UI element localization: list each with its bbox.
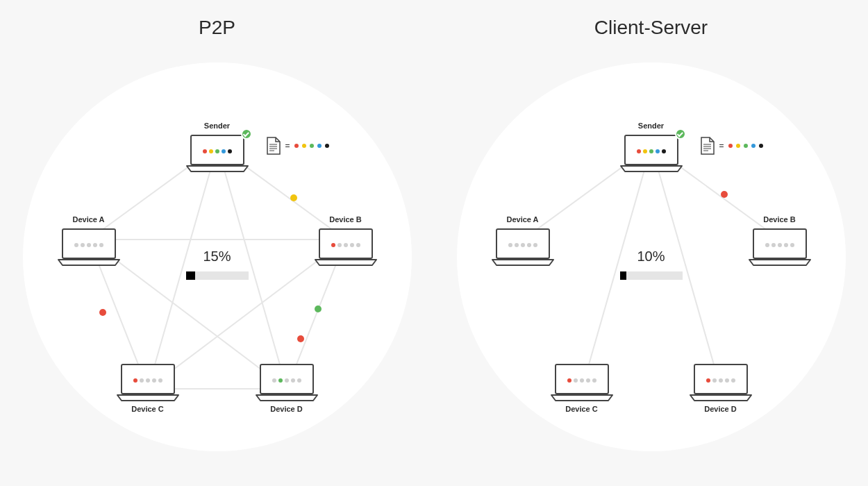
svg-point-15: [228, 149, 232, 153]
legend-dot: [736, 144, 740, 148]
progress-text: 10%: [620, 249, 683, 265]
svg-point-58: [662, 149, 666, 153]
svg-point-26: [337, 243, 342, 247]
progress-bar: [186, 271, 249, 280]
legend-dot: [294, 144, 299, 148]
svg-point-55: [643, 149, 647, 153]
svg-point-65: [533, 243, 537, 247]
panel-title-p2p: P2P: [0, 17, 434, 39]
device-d: Device D: [245, 362, 328, 416]
svg-point-68: [765, 243, 769, 247]
device-label: Device B: [738, 215, 821, 224]
transit-dot: [290, 194, 297, 201]
legend-dots: [728, 144, 763, 148]
device-sender: Sender: [176, 119, 259, 173]
svg-point-13: [215, 149, 219, 153]
device-c: Device C: [540, 362, 624, 416]
progress-fill: [186, 271, 196, 280]
svg-point-21: [93, 243, 97, 247]
device-label: Device D: [245, 405, 328, 413]
svg-point-36: [158, 378, 162, 383]
svg-point-64: [527, 243, 531, 247]
svg-point-11: [203, 149, 207, 153]
svg-point-40: [278, 378, 283, 383]
svg-point-71: [784, 243, 788, 247]
file-legend: =: [700, 136, 763, 156]
svg-point-25: [331, 243, 335, 247]
svg-point-32: [133, 378, 137, 383]
panel-title-cs: Client-Server: [434, 17, 868, 39]
transit-dot: [99, 309, 106, 316]
svg-point-85: [725, 378, 729, 383]
diagram-p2p: Sender Device A Device B Device C Device…: [23, 62, 412, 451]
svg-point-86: [731, 378, 735, 383]
legend-dot: [751, 144, 756, 148]
svg-point-77: [580, 378, 584, 383]
transit-dot: [315, 305, 322, 312]
svg-point-79: [592, 378, 596, 383]
svg-point-84: [719, 378, 723, 383]
device-label: Device A: [47, 215, 131, 224]
svg-point-42: [291, 378, 295, 383]
svg-point-70: [778, 243, 782, 247]
transit-dot: [297, 335, 304, 342]
svg-point-61: [508, 243, 512, 247]
legend-dots: [294, 144, 329, 148]
device-sender: Sender: [610, 119, 693, 173]
svg-point-57: [656, 149, 660, 153]
file-legend: =: [266, 136, 329, 156]
svg-point-82: [706, 378, 710, 383]
progress-text: 15%: [186, 249, 249, 265]
panel-p2p: P2P Sender Device A Device B Device C De…: [0, 0, 434, 486]
legend-dot: [302, 144, 306, 148]
svg-point-41: [285, 378, 289, 383]
check-badge-icon: [675, 128, 686, 140]
legend-dot: [728, 144, 733, 148]
legend-dot: [317, 144, 322, 148]
svg-point-78: [586, 378, 590, 383]
svg-point-22: [99, 243, 103, 247]
device-a: Device A: [481, 212, 565, 267]
svg-point-29: [356, 243, 360, 247]
check-badge-icon: [241, 128, 252, 140]
legend-dot: [325, 144, 329, 148]
svg-point-14: [222, 149, 226, 153]
svg-point-62: [515, 243, 519, 247]
svg-point-43: [297, 378, 301, 383]
device-label: Device C: [106, 405, 190, 413]
device-label: Device B: [304, 215, 387, 224]
progress: 10%: [620, 249, 683, 280]
progress: 15%: [186, 249, 249, 280]
device-d: Device D: [679, 362, 762, 416]
svg-point-72: [790, 243, 794, 247]
svg-point-83: [712, 378, 717, 383]
equals-sign: =: [719, 141, 724, 151]
legend-dot: [310, 144, 314, 148]
legend-dot: [759, 144, 763, 148]
transit-dot: [721, 191, 728, 198]
progress-bar: [620, 271, 683, 280]
legend-dot: [744, 144, 748, 148]
file-icon: [700, 136, 715, 156]
svg-point-54: [637, 149, 641, 153]
device-label: Device A: [481, 215, 565, 224]
device-label: Device C: [540, 405, 624, 413]
panel-client-server: Client-Server Sender Device A Device B D…: [434, 0, 868, 486]
svg-point-28: [350, 243, 354, 247]
svg-point-20: [87, 243, 91, 247]
progress-fill: [620, 271, 626, 280]
diagram-stage: P2P Sender Device A Device B Device C De…: [0, 0, 868, 486]
svg-point-76: [574, 378, 578, 383]
device-label: Device D: [679, 405, 762, 413]
svg-point-18: [74, 243, 78, 247]
device-b: Device B: [738, 212, 821, 267]
svg-point-63: [521, 243, 525, 247]
equals-sign: =: [285, 141, 290, 151]
svg-point-34: [146, 378, 150, 383]
svg-point-35: [152, 378, 156, 383]
file-icon: [266, 136, 281, 156]
svg-point-56: [649, 149, 653, 153]
device-b: Device B: [304, 212, 387, 267]
svg-point-39: [272, 378, 276, 383]
diagram-cs: Sender Device A Device B Device C Device…: [457, 62, 846, 451]
